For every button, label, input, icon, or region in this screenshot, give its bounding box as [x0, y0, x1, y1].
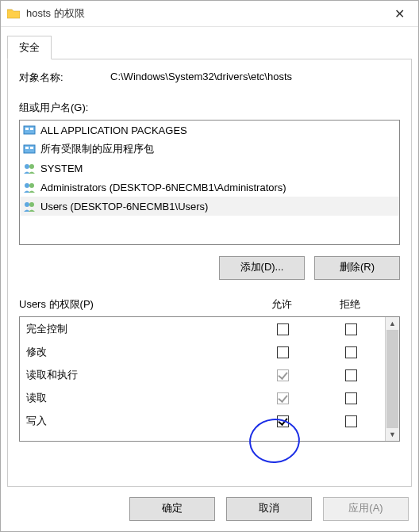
add-button[interactable]: 添加(D)... [219, 256, 305, 280]
perm-row-read: 读取 [20, 386, 385, 409]
svg-point-10 [25, 202, 29, 207]
close-icon: ✕ [394, 6, 405, 21]
allow-header: 允许 [248, 297, 316, 312]
permissions-dialog: hosts 的权限 ✕ 安全 对象名称: C:\Windows\System32… [0, 0, 419, 532]
allow-checkbox[interactable] [277, 346, 289, 358]
svg-rect-2 [30, 128, 33, 130]
svg-rect-4 [25, 147, 29, 149]
object-label: 对象名称: [19, 71, 110, 85]
deny-checkbox[interactable] [345, 415, 357, 427]
deny-checkbox[interactable] [345, 323, 357, 335]
ok-button[interactable]: 确定 [129, 497, 215, 521]
list-item-label: SYSTEM [40, 163, 83, 174]
tab-panel-security: 对象名称: C:\Windows\System32\drivers\etc\ho… [7, 59, 412, 487]
svg-point-9 [29, 183, 34, 188]
svg-point-11 [29, 202, 34, 207]
allow-checkbox[interactable] [277, 392, 289, 404]
perm-row-modify: 修改 [20, 340, 385, 363]
svg-point-7 [29, 164, 34, 169]
perm-label: 读取和执行 [26, 368, 248, 382]
package-icon [23, 124, 36, 136]
package-icon [23, 143, 36, 155]
groups-label: 组或用户名(G): [19, 101, 400, 115]
deny-checkbox[interactable] [345, 369, 357, 381]
remove-button[interactable]: 删除(R) [314, 256, 400, 280]
svg-point-6 [25, 164, 29, 169]
dialog-buttons: 确定 取消 应用(A) [1, 487, 418, 531]
window-title: hosts 的权限 [26, 6, 383, 21]
list-item[interactable]: Administrators (DESKTOP-6NECMB1\Administ… [20, 178, 399, 197]
allow-checkbox[interactable] [277, 369, 289, 381]
cancel-button[interactable]: 取消 [226, 497, 312, 521]
close-button[interactable]: ✕ [383, 2, 415, 25]
scroll-thumb[interactable] [386, 330, 398, 428]
object-row: 对象名称: C:\Windows\System32\drivers\etc\ho… [19, 71, 400, 85]
perm-row-write: 写入 [20, 409, 385, 432]
list-item[interactable]: Users (DESKTOP-6NECMB1\Users) [20, 197, 399, 216]
tabstrip: 安全 [1, 27, 418, 59]
group-buttons: 添加(D)... 删除(R) [19, 256, 400, 280]
scroll-up-icon[interactable]: ▲ [386, 317, 399, 330]
list-item[interactable]: 所有受限制的应用程序包 [20, 140, 399, 159]
list-item-label: Users (DESKTOP-6NECMB1\Users) [40, 201, 208, 212]
list-item-label: 所有受限制的应用程序包 [40, 142, 154, 156]
svg-point-8 [25, 183, 29, 188]
list-item[interactable]: ALL APPLICATION PACKAGES [20, 121, 399, 140]
users-icon [23, 181, 36, 193]
deny-header: 拒绝 [316, 297, 384, 312]
allow-checkbox[interactable] [277, 415, 289, 427]
permissions-table: 完全控制 修改 读取和执行 读取 [19, 316, 400, 442]
users-icon [23, 162, 36, 174]
deny-checkbox[interactable] [345, 392, 357, 404]
folder-icon [7, 8, 20, 19]
list-item[interactable]: SYSTEM [20, 159, 399, 178]
object-path: C:\Windows\System32\drivers\etc\hosts [110, 71, 400, 85]
scrollbar[interactable]: ▲ ▼ [385, 317, 399, 441]
svg-rect-1 [25, 128, 29, 130]
perm-label: 读取 [26, 391, 248, 405]
permissions-label: Users 的权限(P) [19, 297, 248, 312]
users-icon [23, 200, 36, 212]
perm-row-read-execute: 读取和执行 [20, 363, 385, 386]
list-item-label: ALL APPLICATION PACKAGES [40, 124, 187, 136]
permissions-rows: 完全控制 修改 读取和执行 读取 [20, 317, 385, 441]
perm-row-full-control: 完全控制 [20, 317, 385, 340]
titlebar: hosts 的权限 ✕ [1, 1, 418, 27]
svg-rect-5 [30, 147, 33, 149]
perm-label: 写入 [26, 414, 248, 428]
tab-security[interactable]: 安全 [7, 36, 52, 59]
perm-label: 完全控制 [26, 322, 248, 336]
groups-listbox[interactable]: ALL APPLICATION PACKAGES 所有受限制的应用程序包 SYS… [19, 120, 400, 245]
perm-label: 修改 [26, 345, 248, 359]
list-item-label: Administrators (DESKTOP-6NECMB1\Administ… [40, 182, 286, 193]
scroll-down-icon[interactable]: ▼ [386, 428, 399, 441]
deny-checkbox[interactable] [345, 346, 357, 358]
permissions-header: Users 的权限(P) 允许 拒绝 [19, 297, 400, 312]
scroll-track[interactable] [386, 330, 399, 428]
allow-checkbox[interactable] [277, 323, 289, 335]
apply-button[interactable]: 应用(A) [323, 497, 409, 521]
